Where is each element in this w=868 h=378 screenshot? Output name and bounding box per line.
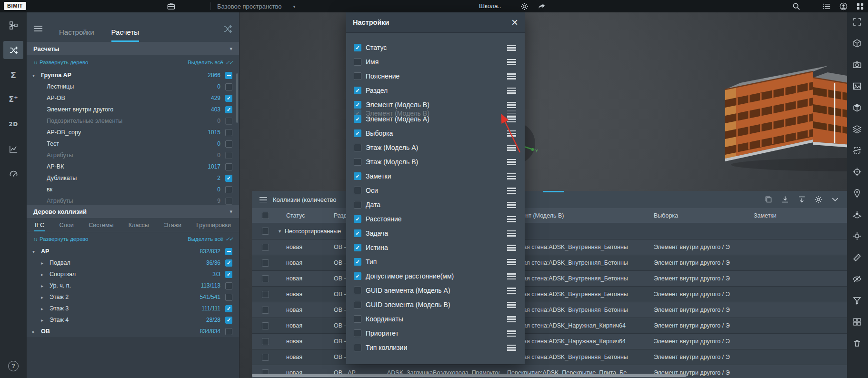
modal-checkbox[interactable] (354, 115, 361, 123)
drag-handle-icon[interactable] (507, 245, 516, 251)
drag-handle-icon[interactable] (507, 316, 516, 322)
tree-checkbox[interactable] (225, 152, 232, 159)
subtab-Этажи[interactable]: Этажи (163, 219, 182, 231)
drag-handle-icon[interactable] (507, 73, 516, 80)
drag-handle-icon[interactable] (507, 59, 516, 65)
row-checkbox[interactable] (262, 338, 269, 345)
modal-checkbox[interactable] (354, 329, 361, 337)
modal-checkbox[interactable] (354, 101, 361, 109)
modal-checkbox[interactable] (354, 344, 361, 351)
drag-handle-icon[interactable] (507, 88, 516, 94)
table-row[interactable]: новаяОВ - АРБазовая стена:ADSK_Наружная_… (252, 334, 847, 349)
drag-handle-icon[interactable] (507, 288, 516, 294)
modal-checkbox[interactable] (354, 244, 361, 251)
modal-column-row[interactable]: Истина (346, 240, 525, 255)
share-icon[interactable] (537, 2, 546, 11)
tree-checkbox[interactable] (225, 317, 232, 324)
tree-row[interactable]: вк0 (27, 184, 239, 195)
row-checkbox[interactable] (262, 291, 269, 298)
modal-column-row[interactable]: Элемент (Модель A) (346, 112, 525, 126)
modal-checkbox[interactable] (354, 258, 361, 266)
tree-checkbox[interactable] (225, 118, 232, 125)
subtab-Слои[interactable]: Слои (59, 219, 74, 231)
subtab-IFC[interactable]: IFC (34, 219, 45, 231)
2d-view-button[interactable]: 2D (3, 115, 23, 133)
table-group-row[interactable]: Неотсортированные (252, 223, 847, 239)
tab-Настройки[interactable]: Настройки (59, 28, 94, 42)
expand-arrow-icon[interactable] (41, 318, 50, 323)
table-row[interactable]: новаяОВ - АРБазовая стена:ADSK_Внутрення… (252, 255, 847, 271)
add-calculation-button[interactable]: Σ+ (3, 90, 23, 109)
tab-Расчеты[interactable]: Расчеты (111, 28, 140, 42)
expand-arrow-icon[interactable] (41, 306, 50, 311)
modal-column-row[interactable]: Этаж (Модель A) (346, 140, 525, 155)
tree-row[interactable]: Подозрительные элементы0 (27, 115, 239, 127)
briefcase-icon[interactable] (167, 2, 176, 11)
expand-tree-link[interactable]: Развернуть дерево (33, 236, 88, 242)
tree-row[interactable]: ОВ834/834 (27, 326, 239, 337)
drag-handle-icon[interactable] (507, 116, 516, 122)
modal-column-row[interactable]: Задача (346, 226, 525, 240)
building-model[interactable] (718, 42, 868, 201)
expand-tree-link[interactable]: Развернуть дерево (33, 60, 88, 65)
collision-link-icon[interactable] (222, 24, 233, 34)
expand-arrow-icon[interactable] (32, 73, 41, 78)
tree-checkbox[interactable] (225, 305, 232, 312)
tree-checkbox[interactable] (225, 328, 232, 335)
tree-row[interactable]: Этаж 2541/541 (27, 291, 239, 303)
import-icon[interactable] (798, 195, 806, 204)
table-row[interactable]: новаяОВ - АРБазовая стена:ADSK_Внутрення… (252, 302, 847, 318)
modal-column-row[interactable]: Статус (346, 40, 525, 55)
modal-checkbox[interactable] (354, 229, 361, 237)
drag-handle-icon[interactable] (507, 145, 516, 151)
modal-column-row[interactable]: Расстояние (346, 212, 525, 226)
home-view-icon[interactable] (852, 39, 863, 50)
close-icon[interactable]: × (511, 17, 518, 28)
delete-icon[interactable] (852, 338, 863, 350)
calculations-button[interactable]: Σ (3, 66, 23, 84)
table-row[interactable]: новаяОВ - АРБазовая стена:ADSK_Внутрення… (252, 271, 847, 287)
tree-row[interactable]: Группа АР2866 (27, 70, 239, 81)
drag-handle-icon[interactable] (507, 259, 516, 265)
tree-row[interactable]: Этаж 428/28 (27, 314, 239, 326)
row-checkbox[interactable] (262, 307, 269, 314)
tree-checkbox[interactable] (225, 129, 232, 136)
drag-handle-icon[interactable] (507, 102, 516, 108)
row-checkbox[interactable] (262, 244, 269, 251)
tree-row[interactable]: Элемент внутри другого403 (27, 104, 239, 115)
collapse-group-icon[interactable] (279, 229, 281, 234)
group-checkbox[interactable] (262, 228, 269, 235)
column-header[interactable]: Статус (279, 212, 326, 219)
tree-row[interactable]: Атрибуты0 (27, 149, 239, 161)
expand-arrow-icon[interactable] (32, 249, 41, 254)
modal-checkbox[interactable] (354, 187, 361, 194)
drag-handle-icon[interactable] (507, 302, 516, 308)
tree-row[interactable]: Спортзал3/3 (27, 269, 239, 280)
modal-checkbox[interactable] (354, 301, 361, 308)
modal-checkbox[interactable] (354, 44, 361, 51)
tree-checkbox[interactable] (225, 294, 232, 301)
table-row[interactable]: новаяОВ - АРБазовая стена:ADSK_Наружная_… (252, 318, 847, 334)
select-all-checkbox[interactable] (262, 212, 269, 219)
panel-menu-icon[interactable] (34, 26, 42, 31)
modal-checkbox[interactable] (354, 315, 361, 323)
modal-checkbox[interactable] (354, 272, 361, 280)
tree-checkbox[interactable] (225, 259, 232, 267)
modal-column-row[interactable]: Заметки (346, 169, 525, 183)
modal-column-row[interactable]: GUID элемента (Модель A) (346, 283, 525, 298)
tree-row[interactable]: Атрибуты9 (27, 195, 239, 205)
row-checkbox[interactable] (262, 322, 269, 329)
drag-handle-icon[interactable] (507, 173, 516, 179)
modal-column-row[interactable]: GUID элемента (Модель B) (346, 298, 525, 312)
collision-tree-section-header[interactable]: Дерево коллизий (27, 205, 239, 218)
tree-checkbox[interactable] (225, 198, 232, 205)
row-checkbox[interactable] (262, 354, 269, 361)
row-checkbox[interactable] (262, 259, 269, 267)
search-icon[interactable] (792, 2, 801, 11)
list-menu-icon[interactable] (822, 2, 831, 11)
modal-column-row[interactable]: Раздел (346, 83, 525, 98)
modal-column-row[interactable]: Тип (346, 255, 525, 269)
tree-row[interactable]: Тест0 (27, 138, 239, 149)
modal-checkbox[interactable] (354, 129, 361, 137)
modal-column-row[interactable]: Выборка (346, 126, 525, 140)
